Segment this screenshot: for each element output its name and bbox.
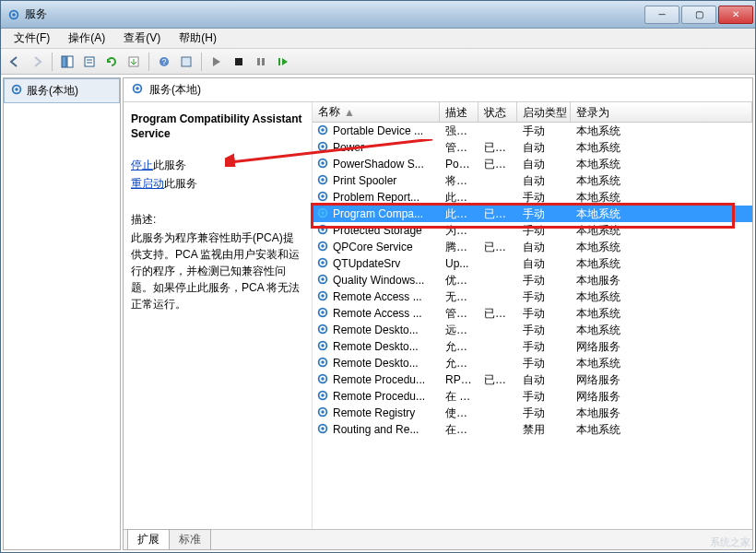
minimize-button[interactable]: ─	[644, 6, 679, 24]
svg-point-16	[15, 88, 18, 91]
cell-logon: 本地系统	[571, 323, 752, 338]
table-row[interactable]: Portable Device ...强制...手动本地系统	[313, 123, 752, 139]
table-row[interactable]: Protected Storage为敏...手动本地系统	[313, 222, 752, 239]
svg-rect-13	[262, 58, 265, 65]
col-desc[interactable]: 描述	[440, 102, 478, 122]
cell-name: Quality Windows...	[313, 273, 440, 288]
cell-logon: 本地系统	[571, 140, 752, 156]
table-row[interactable]: Print Spooler将文...自动本地系统	[313, 172, 752, 189]
svg-point-43	[321, 311, 325, 314]
table-row[interactable]: Remote Procedu...RPC...已启动自动网络服务	[313, 371, 752, 388]
menu-action[interactable]: 操作(A)	[59, 29, 114, 48]
cell-name: Remote Deskto...	[313, 323, 440, 338]
svg-point-1	[12, 13, 16, 17]
toolbar-separator	[52, 53, 53, 71]
table-row[interactable]: Power管理...已启动自动本地系统	[313, 139, 752, 156]
gear-icon	[316, 240, 329, 255]
table-row[interactable]: PowerShadow S...Pow...已启动自动本地系统	[313, 156, 752, 172]
cell-logon: 本地系统	[571, 422, 752, 438]
svg-point-33	[321, 228, 325, 231]
tab-extended[interactable]: 扩展	[127, 529, 170, 549]
table-row[interactable]: Program Compa...此服...已启动手动本地系统	[313, 206, 752, 222]
table-row[interactable]: Quality Windows...优质...手动本地服务	[313, 272, 752, 288]
col-startup[interactable]: 启动类型	[517, 102, 571, 122]
cell-startup: 手动	[517, 206, 571, 222]
table-row[interactable]: Remote Registry使远...手动本地服务	[313, 405, 752, 421]
close-button[interactable]: ✕	[718, 6, 753, 24]
service-name-text: Portable Device ...	[333, 124, 423, 137]
table-row[interactable]: Remote Procedu...在 W...手动网络服务	[313, 388, 752, 405]
table-row[interactable]: QPCore Service腾讯...已启动自动本地系统	[313, 239, 752, 255]
menu-file[interactable]: 文件(F)	[5, 29, 59, 48]
service-name-text: QPCore Service	[333, 241, 413, 253]
cell-startup: 自动	[517, 140, 571, 156]
maximize-button[interactable]: ▢	[681, 6, 716, 24]
cell-startup: 禁用	[517, 422, 571, 438]
description-text: 此服务为程序兼容性助手(PCA)提供支持。PCA 监视由用户安装和运行的程序，并…	[131, 229, 304, 312]
cell-name: Portable Device ...	[313, 124, 440, 139]
table-row[interactable]: Remote Access ...管理...已启动手动本地系统	[313, 305, 752, 322]
cell-name: Remote Procedu...	[313, 372, 440, 388]
table-row[interactable]: Remote Deskto...远程...手动本地系统	[313, 322, 752, 338]
table-row[interactable]: Remote Access ...无论...手动本地系统	[313, 288, 752, 305]
pause-button[interactable]	[251, 52, 271, 72]
service-name-text: Quality Windows...	[333, 274, 424, 287]
show-hide-tree-button[interactable]	[57, 52, 77, 72]
cell-status: 已启动	[478, 306, 517, 322]
gear-icon	[316, 306, 329, 322]
gear-icon	[316, 356, 329, 371]
svg-rect-11	[235, 58, 242, 65]
table-row[interactable]: Routing and Re...在局...禁用本地系统	[313, 421, 752, 438]
table-row[interactable]: Remote Deskto...允许...手动网络服务	[313, 338, 752, 355]
cell-startup: 手动	[517, 323, 571, 338]
table-row[interactable]: QTUpdateSrvUp...自动本地系统	[313, 255, 752, 272]
service-name-text: Remote Access ...	[333, 290, 422, 303]
cell-logon: 本地服务	[571, 273, 752, 288]
cell-name: Remote Registry	[313, 406, 440, 421]
gear-icon	[316, 372, 329, 388]
svg-point-41	[321, 294, 325, 298]
cell-name: Print Spooler	[313, 173, 440, 189]
cell-startup: 手动	[517, 190, 571, 206]
title-bar[interactable]: 服务 ─ ▢ ✕	[1, 1, 755, 29]
svg-rect-14	[278, 58, 280, 65]
extra-button[interactable]	[176, 52, 196, 72]
cell-startup: 手动	[517, 339, 571, 355]
service-list-column: 名称▲ 描述 状态 启动类型 登录为 Portable Device ...强制…	[313, 102, 752, 529]
svg-point-29	[321, 194, 325, 198]
cell-startup: 手动	[517, 273, 571, 288]
export-button[interactable]	[124, 52, 144, 72]
menu-view[interactable]: 查看(V)	[114, 29, 170, 48]
col-logon[interactable]: 登录为	[571, 102, 752, 122]
view-tabs: 扩展 标准	[124, 529, 752, 549]
tree-root-item[interactable]: 服务(本地)	[4, 78, 120, 103]
tab-standard[interactable]: 标准	[169, 529, 211, 549]
restart-button[interactable]	[273, 52, 293, 72]
cell-logon: 本地系统	[571, 190, 752, 206]
gear-icon	[316, 157, 329, 172]
help-button[interactable]: ?	[154, 52, 174, 72]
back-button[interactable]	[5, 52, 25, 72]
svg-point-53	[321, 394, 325, 397]
table-row[interactable]: Problem Report...此服...手动本地系统	[313, 189, 752, 206]
cell-logon: 本地系统	[571, 223, 752, 239]
stop-service-link[interactable]: 停止	[131, 159, 153, 171]
col-status[interactable]: 状态	[478, 102, 517, 122]
stop-button[interactable]	[229, 52, 249, 72]
cell-startup: 自动	[517, 256, 571, 272]
forward-button[interactable]	[27, 52, 47, 72]
restart-service-link[interactable]: 重启动	[131, 177, 164, 190]
col-name[interactable]: 名称▲	[313, 102, 440, 122]
svg-point-55	[321, 410, 325, 414]
cell-logon: 本地系统	[571, 306, 752, 322]
cell-name: Remote Access ...	[313, 289, 440, 305]
service-rows[interactable]: Portable Device ...强制...手动本地系统Power管理...…	[313, 123, 752, 529]
cell-status: 已启动	[478, 157, 517, 172]
play-button[interactable]	[207, 52, 227, 72]
cell-logon: 本地服务	[571, 406, 752, 421]
properties-button[interactable]	[79, 52, 100, 72]
table-row[interactable]: Remote Deskto...允许...手动本地系统	[313, 355, 752, 371]
cell-startup: 手动	[517, 356, 571, 371]
refresh-button[interactable]	[101, 52, 122, 72]
menu-help[interactable]: 帮助(H)	[170, 29, 226, 48]
